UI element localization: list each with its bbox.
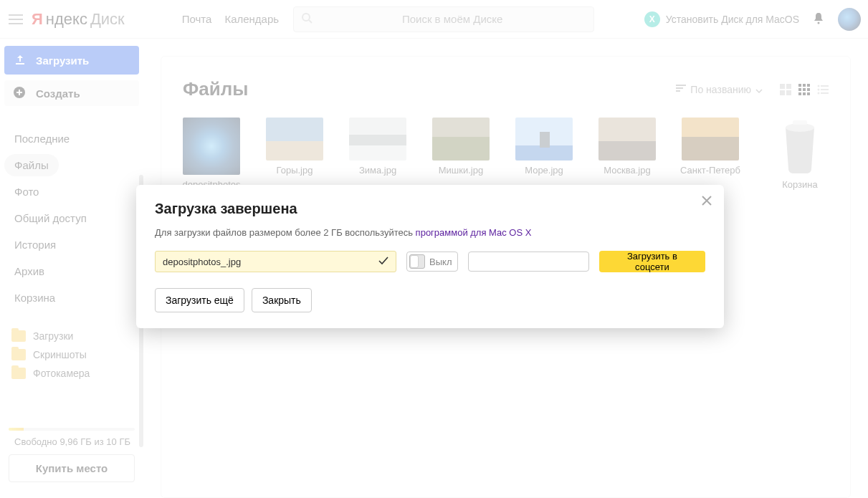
- check-icon: [378, 257, 388, 267]
- modal-subtitle: Для загрузки файлов размером более 2 ГБ …: [155, 227, 705, 238]
- toggle-knob: [411, 256, 418, 267]
- upload-more-button[interactable]: Загрузить ещё: [155, 288, 244, 312]
- uploaded-file-field[interactable]: depositphotos_.jpg: [155, 251, 396, 272]
- share-social-button[interactable]: Загрузить в соцсети: [599, 251, 705, 272]
- share-toggle[interactable]: Выкл: [406, 252, 458, 272]
- modal-subtitle-text: Для загрузки файлов размером более 2 ГБ …: [155, 227, 416, 238]
- modal-row: depositphotos_.jpg Выкл Загрузить в соцс…: [155, 251, 705, 272]
- toggle-track: [409, 254, 425, 269]
- close-button[interactable]: Закрыть: [252, 288, 312, 312]
- share-link-field[interactable]: [468, 252, 588, 272]
- uploaded-file-name: depositphotos_.jpg: [163, 257, 241, 267]
- toggle-label: Выкл: [429, 257, 452, 267]
- upload-complete-modal: Загрузка завершена Для загрузки файлов р…: [136, 185, 724, 328]
- close-icon[interactable]: [701, 195, 712, 209]
- modal-title: Загрузка завершена: [155, 201, 705, 217]
- modal-actions: Загрузить ещё Закрыть: [155, 288, 705, 312]
- modal-mac-link[interactable]: программой для Mac OS X: [416, 227, 532, 238]
